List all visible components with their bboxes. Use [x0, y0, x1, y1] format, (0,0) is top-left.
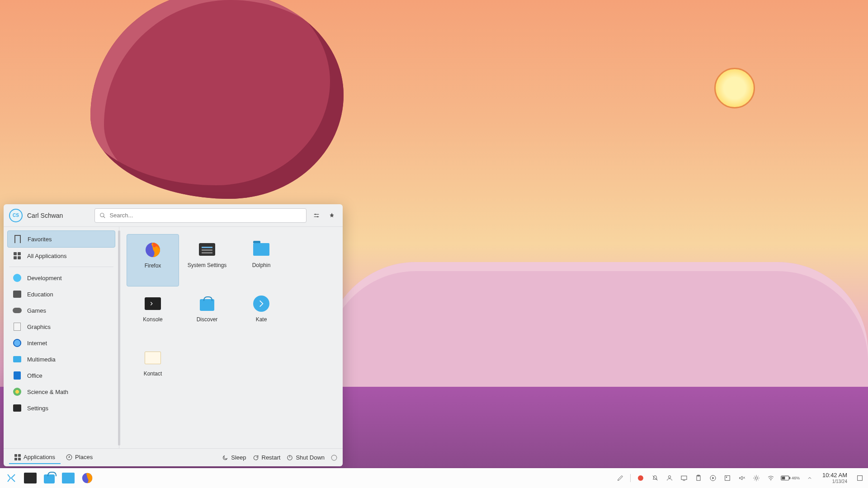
- taskbar-item-text-editor[interactable]: [23, 470, 38, 486]
- sidebar-item-education[interactable]: Education: [7, 286, 115, 302]
- play-circle-icon: [709, 474, 717, 482]
- sliders-icon: [313, 212, 320, 219]
- tray-notifications[interactable]: [651, 474, 660, 483]
- sidebar-item-graphics[interactable]: Graphics: [7, 319, 115, 335]
- tray-brightness[interactable]: [752, 474, 761, 483]
- gamepad-icon: [13, 306, 22, 315]
- sidebar-item-favorites[interactable]: Favorites: [7, 230, 115, 248]
- app-tile-dolphin[interactable]: Dolphin: [235, 234, 288, 286]
- info-icon: [331, 455, 337, 461]
- svg-rect-34: [782, 477, 785, 479]
- office-icon: [13, 371, 22, 380]
- app-tile-kontact[interactable]: Kontact: [127, 343, 179, 395]
- wallpaper-sun: [714, 68, 755, 108]
- tray-media[interactable]: [708, 474, 717, 483]
- grid-icon: [13, 251, 22, 260]
- sidebar-item-games[interactable]: Games: [7, 302, 115, 319]
- taskbar-item-discover[interactable]: [42, 470, 57, 486]
- restart-button[interactable]: Restart: [253, 454, 281, 461]
- globe-icon: [13, 338, 22, 347]
- tray-show-desktop[interactable]: [855, 474, 864, 483]
- app-label: Kontact: [144, 371, 162, 377]
- action-label: Restart: [262, 454, 281, 461]
- configure-button[interactable]: [311, 210, 322, 221]
- app-label: Firefox: [145, 263, 161, 269]
- tab-label: Applications: [24, 454, 55, 460]
- folder-icon: [62, 473, 75, 483]
- brightness-icon: [753, 474, 760, 482]
- sidebar-item-label: Internet: [27, 340, 47, 347]
- firefox-icon: [81, 472, 94, 484]
- tray-expand[interactable]: [805, 474, 814, 483]
- taskbar-launcher-button[interactable]: [4, 470, 19, 486]
- svg-rect-13: [681, 476, 687, 479]
- sidebar-item-development[interactable]: Development: [7, 270, 115, 286]
- sidebar-item-multimedia[interactable]: Multimedia: [7, 351, 115, 367]
- sidebar-item-label: Development: [27, 275, 62, 282]
- app-grid: Firefox System Settings Dolphin Konsole …: [119, 227, 343, 448]
- clock[interactable]: 10:42 AM 1/13/24: [820, 472, 850, 484]
- sidebar-item-all-applications[interactable]: All Applications: [7, 248, 115, 264]
- tab-applications[interactable]: Applications: [9, 451, 61, 464]
- svg-point-3: [317, 216, 318, 217]
- multimedia-icon: [13, 355, 22, 364]
- tray-pencil[interactable]: [616, 474, 625, 483]
- sidebar-item-label: All Applications: [27, 253, 66, 259]
- tab-places[interactable]: Places: [61, 451, 98, 464]
- sidebar-item-label: Games: [27, 307, 46, 314]
- wallpaper-tree: [90, 0, 344, 199]
- sidebar-item-science-math[interactable]: Science & Math: [7, 384, 115, 400]
- app-tile-system-settings[interactable]: System Settings: [181, 234, 233, 286]
- compass-icon: [66, 454, 72, 460]
- search-input[interactable]: [94, 208, 307, 223]
- shutdown-button[interactable]: Shut Down: [287, 454, 325, 461]
- wifi-icon: [767, 474, 774, 482]
- taskbar-item-firefox[interactable]: [80, 470, 95, 486]
- tray-user[interactable]: [665, 474, 674, 483]
- app-tile-kate[interactable]: Kate: [235, 288, 288, 341]
- taskbar-item-file-manager[interactable]: [61, 470, 76, 486]
- image-icon: [724, 474, 731, 482]
- svg-line-27: [754, 476, 755, 476]
- sleep-button[interactable]: Sleep: [222, 454, 246, 461]
- volume-muted-icon: [738, 474, 745, 482]
- sidebar-scrollbar[interactable]: [118, 230, 120, 446]
- svg-point-10: [638, 475, 643, 481]
- launcher-sidebar: Favorites All Applications Development E…: [4, 227, 119, 448]
- chevron-up-icon: [807, 475, 812, 481]
- tray-display[interactable]: [679, 474, 689, 483]
- sidebar-item-label: Science & Math: [27, 389, 68, 395]
- launcher-header: CS Carl Schwan: [4, 204, 343, 227]
- app-label: System Settings: [188, 262, 227, 268]
- sidebar-item-settings[interactable]: Settings: [7, 400, 115, 416]
- app-label: Discover: [197, 316, 218, 323]
- more-options-button[interactable]: [331, 454, 337, 461]
- pin-button[interactable]: [326, 210, 337, 221]
- tray-volume[interactable]: [737, 474, 746, 483]
- clipboard-icon: [695, 474, 702, 482]
- tray-clipboard[interactable]: [694, 474, 703, 483]
- sidebar-item-office[interactable]: Office: [7, 367, 115, 384]
- tray-battery[interactable]: 46%: [781, 474, 800, 483]
- svg-point-0: [100, 213, 104, 216]
- search-field[interactable]: [109, 212, 302, 219]
- tray-image[interactable]: [723, 474, 732, 483]
- tray-wifi[interactable]: [766, 474, 775, 483]
- shopping-bag-icon: [44, 474, 55, 483]
- sidebar-item-label: Graphics: [27, 324, 51, 330]
- tray-record[interactable]: [636, 474, 645, 483]
- svg-line-29: [754, 479, 755, 480]
- shopping-bag-icon: [197, 294, 217, 314]
- avatar[interactable]: CS: [9, 209, 23, 222]
- app-tile-discover[interactable]: Discover: [181, 288, 233, 341]
- svg-line-28: [758, 479, 758, 480]
- username-label: Carl Schwan: [27, 212, 63, 219]
- bell-muted-icon: [651, 474, 659, 482]
- sidebar-item-internet[interactable]: Internet: [7, 335, 115, 351]
- app-tile-konsole[interactable]: Konsole: [127, 288, 179, 341]
- app-tile-firefox[interactable]: Firefox: [127, 234, 179, 286]
- sidebar-separator: [9, 267, 113, 267]
- svg-point-12: [668, 476, 670, 478]
- sidebar-item-label: Favorites: [28, 236, 52, 243]
- kate-icon: [251, 294, 271, 314]
